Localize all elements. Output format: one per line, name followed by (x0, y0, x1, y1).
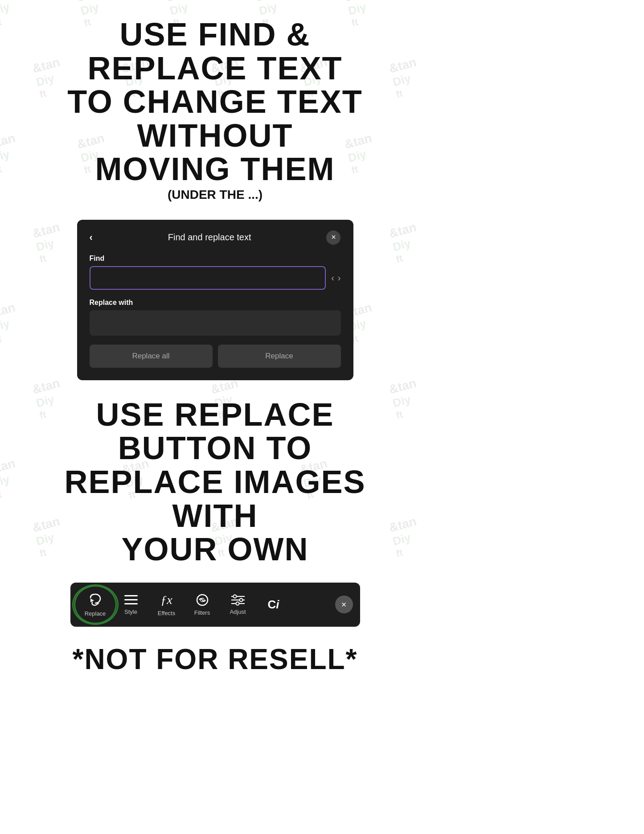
header-subtitle: (UNDER THE ...) (45, 188, 386, 202)
toolbar-item-filters[interactable]: Filters (185, 590, 220, 620)
find-input-row: ‹ › (90, 266, 341, 290)
middle-title-line1: USE REPLACE BUTTON TO (36, 398, 394, 465)
middle-title-line2: REPLACE IMAGES WITH (36, 465, 394, 533)
dialog-header: ‹ Find and replace text × (90, 230, 341, 245)
toolbar-adjust-label: Adjust (230, 608, 246, 615)
replace-icon (88, 592, 103, 608)
toolbar-effects-label: Effects (158, 610, 176, 616)
find-input[interactable] (90, 266, 326, 290)
toolbar-item-adjust[interactable]: Adjust (220, 591, 256, 619)
middle-title-line3: YOUR OWN (36, 533, 394, 567)
svg-point-9 (239, 598, 242, 601)
toolbar-item-effects[interactable]: ƒx Effects (149, 589, 185, 620)
find-label: Find (90, 255, 341, 263)
svg-point-7 (233, 595, 236, 598)
header-title-line2: TO CHANGE TEXT WITHOUT (45, 85, 386, 152)
replace-all-button[interactable]: Replace all (90, 345, 213, 368)
toolbar-close-icon: × (341, 600, 347, 610)
toolbar-filters-label: Filters (194, 609, 210, 616)
toolbar-close-button[interactable]: × (335, 596, 353, 613)
next-arrow-button[interactable]: › (338, 273, 341, 283)
filters-icon (196, 593, 209, 607)
replace-input[interactable] (90, 310, 341, 336)
toolbar-replace-label: Replace (85, 610, 106, 617)
header-title-line3: MOVING THEM (45, 152, 386, 186)
nav-arrows: ‹ › (331, 273, 340, 283)
header-title-line1: USE FIND & REPLACE TEXT (45, 18, 386, 85)
toolbar-panel: Replace Style ƒx Effects Filters (70, 583, 360, 627)
svg-rect-1 (124, 595, 138, 596)
replace-label: Replace with (90, 299, 341, 307)
middle-title-section: USE REPLACE BUTTON TO REPLACE IMAGES WIT… (18, 389, 412, 575)
effects-icon: ƒx (160, 593, 172, 607)
replace-button[interactable]: Replace (218, 345, 341, 368)
header-title-section: USE FIND & REPLACE TEXT TO CHANGE TEXT W… (18, 9, 412, 211)
adjust-icon (231, 594, 245, 606)
dialog-title: Find and replace text (168, 232, 251, 242)
page-content: USE FIND & REPLACE TEXT TO CHANGE TEXT W… (0, 0, 430, 694)
find-replace-dialog: ‹ Find and replace text × Find ‹ › Repla… (77, 220, 353, 380)
svg-rect-2 (124, 599, 138, 600)
dialog-back-button[interactable]: ‹ (90, 232, 93, 243)
toolbar-style-label: Style (124, 608, 137, 615)
prev-arrow-button[interactable]: ‹ (331, 273, 334, 283)
toolbar-item-style[interactable]: Style (113, 591, 149, 619)
crop-icon: Ci (267, 598, 279, 612)
toolbar-item-crop[interactable]: Ci (256, 594, 291, 615)
style-icon (124, 594, 138, 606)
footer-text: *NOT FOR RESELL* (54, 634, 375, 685)
close-icon: × (331, 233, 336, 242)
dialog-close-button[interactable]: × (326, 230, 340, 245)
svg-rect-3 (124, 603, 138, 604)
svg-point-11 (236, 602, 239, 605)
dialog-action-buttons: Replace all Replace (90, 345, 341, 368)
toolbar-item-replace[interactable]: Replace (78, 589, 113, 620)
